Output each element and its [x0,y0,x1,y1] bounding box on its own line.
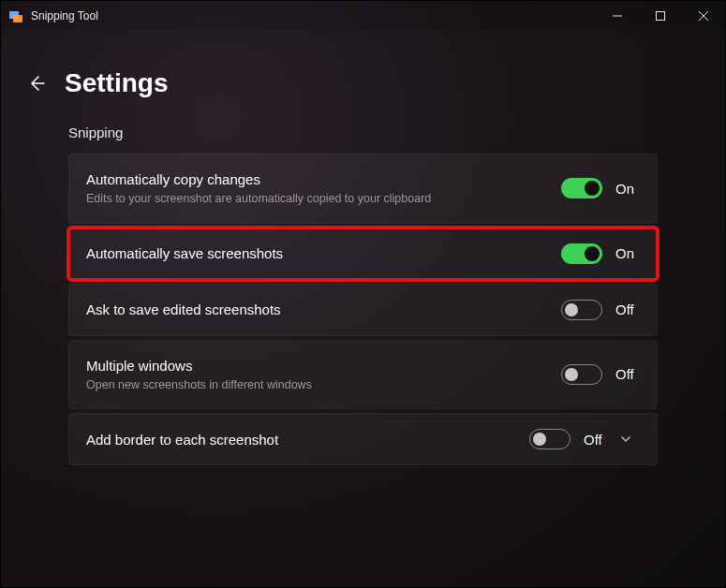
setting-text: Automatically copy changesEdits to your … [86,169,561,208]
setting-title: Ask to save edited screenshots [86,300,550,319]
setting-text: Multiple windowsOpen new screenshots in … [86,356,561,394]
setting-row[interactable]: Add border to each screenshotOff [68,413,658,465]
toggle-state-label: Off [615,301,640,317]
back-button[interactable] [27,74,46,93]
setting-row: Automatically save screenshotsOn [68,228,658,280]
close-button[interactable] [682,1,725,31]
toggle-switch[interactable] [561,364,602,385]
svg-rect-1 [13,15,22,22]
setting-row: Multiple windowsOpen new screenshots in … [68,340,658,410]
setting-description: Open new screenshots in different window… [86,377,550,394]
setting-row: Automatically copy changesEdits to your … [68,154,658,224]
settings-list: Automatically copy changesEdits to your … [68,154,658,465]
toggle-state-label: On [615,245,640,261]
toggle-state-label: Off [584,432,608,448]
toggle-switch[interactable] [561,243,602,264]
titlebar: Snipping Tool [1,1,725,31]
setting-title: Multiple windows [86,356,550,375]
toggle-wrap: Off [529,429,608,449]
toggle-wrap: Off [561,364,640,385]
setting-row: Ask to save edited screenshotsOff [68,284,658,336]
setting-description: Edits to your screenshot are automatical… [86,191,550,208]
toggle-state-label: Off [615,366,640,382]
page-title: Settings [65,68,168,98]
toggle-switch[interactable] [529,429,570,449]
minimize-button[interactable] [596,1,639,31]
setting-text: Add border to each screenshot [86,430,529,449]
svg-rect-3 [657,12,665,21]
toggle-switch[interactable] [561,178,602,198]
section-header: Snipping [68,125,658,140]
window-controls [596,1,725,31]
page-header: Settings [1,31,725,125]
setting-title: Automatically save screenshots [86,243,550,263]
toggle-wrap: On [561,243,640,264]
maximize-button[interactable] [639,1,682,31]
toggle-switch[interactable] [561,300,602,320]
setting-text: Automatically save screenshots [86,243,561,263]
setting-title: Add border to each screenshot [86,430,518,449]
setting-text: Ask to save edited screenshots [86,300,561,319]
window-title: Snipping Tool [31,9,596,22]
toggle-state-label: On [615,181,640,197]
app-icon [8,8,23,23]
settings-content: Snipping Automatically copy changesEdits… [1,125,725,465]
toggle-wrap: On [561,178,640,198]
chevron-down-icon[interactable] [612,434,640,445]
setting-title: Automatically copy changes [86,169,550,189]
toggle-wrap: Off [561,300,640,320]
